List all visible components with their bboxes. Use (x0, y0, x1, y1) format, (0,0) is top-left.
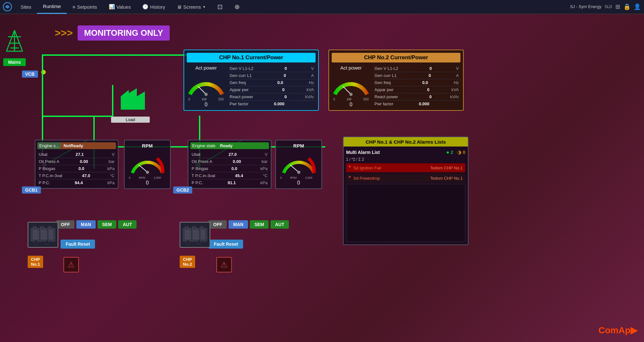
user-icon[interactable]: 👤 (634, 3, 641, 10)
wire-mains-vertical (42, 54, 43, 153)
alarm-panel-title: CHP No.1 & CHP No.2 Alarms Lists (344, 137, 468, 147)
load-icon (111, 87, 150, 115)
svg-point-13 (204, 93, 208, 96)
vcb-button[interactable]: VCB (22, 71, 38, 78)
topbar: Sites Runtime ≡ Setpoints 📊 Values 🕐 His… (0, 0, 644, 14)
topbar-right: SJ - Sym Energy SLD ⊞ 🔒 👤 (570, 3, 644, 10)
alarm-count-green-value: 2 (450, 150, 453, 155)
mains-button[interactable]: Mains (3, 58, 26, 66)
svg-point-15 (349, 93, 353, 96)
chp2-gauge-unit: kW (347, 98, 351, 101)
chp1-gen-freq: Gen freq 0.0 Hz (228, 79, 316, 86)
chp1-act-power-section: Act power 0 kW (187, 65, 225, 108)
svg-point-25 (34, 240, 38, 244)
chp1-gauge-max: 500 (218, 98, 224, 101)
engine2-rpm-min: 0 (280, 176, 282, 179)
engine2-t-pc: T P.C.in-3val 45.4 °C (190, 172, 269, 179)
chp1-gauge-min: 0 (188, 98, 190, 101)
chp2-appar-pwr: Appar pwr 0 kVA (373, 86, 460, 93)
alarm1-name: Sd Ignition Fail (353, 166, 428, 170)
nav-runtime[interactable]: Runtime (37, 0, 67, 14)
chp2-power-title: CHP No.2 Current/Power (332, 53, 460, 62)
engine2-rpm-title: RPM (279, 143, 319, 148)
chp1-act-power-label: Act power (195, 65, 217, 71)
screens-icon: 🖥 (177, 4, 182, 10)
nav-setpoints[interactable]: ≡ Setpoints (67, 0, 103, 14)
nav-screens[interactable]: 🖥 Screens ▼ (171, 0, 212, 14)
svg-marker-8 (121, 90, 129, 109)
chp2-gauge-value: 0 (350, 102, 353, 108)
gcb1-button[interactable]: GCB1 (22, 186, 41, 194)
svg-point-26 (45, 240, 49, 244)
engine2-fault-reset-button[interactable]: Fault Reset (209, 240, 243, 249)
engine2-sem-button[interactable]: SEM (250, 220, 269, 229)
engine2-off-button[interactable]: OFF (209, 220, 227, 229)
history-icon: 🕐 (142, 4, 148, 10)
gcb2-button[interactable]: GCB2 (173, 186, 192, 194)
alarm-row-2[interactable]: * Sd Powerdrop Tedom CHP No.1 (346, 174, 465, 183)
values-icon: 📊 (109, 4, 115, 10)
orange-dot-icon: ◑ (457, 149, 461, 155)
svg-line-16 (139, 165, 147, 172)
engine1-rpm-box: RPM 0 RPM 2,500 0 (124, 140, 171, 189)
engine1-aut-button[interactable]: AUT (118, 220, 137, 229)
green-dot-icon: ● (446, 149, 450, 155)
engine2-rpm-value: 0 (279, 180, 319, 186)
engine2-warning-indicator[interactable]: ⚠ (216, 257, 232, 272)
alarm-count-orange: ◑ 0 (457, 149, 465, 155)
chp2-gen-v: Gen V L1-L2 0 V (373, 65, 460, 72)
engine2-man-button[interactable]: MAN (229, 220, 248, 229)
svg-rect-35 (201, 227, 203, 230)
engine1-fault-reset-button[interactable]: Fault Reset (61, 240, 95, 249)
chp2-engine-image (181, 223, 209, 246)
engine1-warning-indicator[interactable]: ⚠ (63, 257, 79, 272)
chp1-gauge-value: 0 (205, 102, 208, 108)
svg-rect-19 (33, 230, 39, 240)
engine2-panel: Engine state Ready Ubat 27.0 V Oil Press… (188, 140, 271, 189)
monitoring-text: MONITORING ONLY (78, 25, 170, 41)
chp1-image-box (28, 222, 58, 248)
chp1-power-title: CHP No.1 Current/Power (187, 53, 316, 62)
chp1-data-table: Gen V L1-L2 0 V Gen curr L1 0 A Gen freq… (228, 65, 316, 108)
chp1-appar-pwr: Appar pwr 0 kVA (228, 86, 316, 93)
engine1-rpm-min: 0 (129, 176, 130, 179)
engine1-man-button[interactable]: MAN (76, 220, 96, 229)
nav-values[interactable]: 📊 Values (103, 0, 137, 14)
chp2-label: CHP No.2 (180, 256, 195, 268)
wire-top-horizontal (42, 54, 196, 56)
engine1-state-row: Engine s... NotReady (37, 142, 116, 149)
nav-monitor-icon[interactable]: ⊡ (212, 0, 229, 14)
wire-middle-horizontal (42, 116, 113, 117)
svg-rect-21 (49, 230, 53, 240)
engine1-p-biogas: P Biogas 0.0 kPa (37, 165, 116, 172)
engine1-warning-icon: ⚠ (68, 260, 75, 269)
svg-point-17 (146, 171, 149, 174)
alarm-empty-area (346, 184, 465, 242)
alarm-row-1[interactable]: * Sd Ignition Fail Tedom CHP No.1 (346, 163, 465, 172)
engine1-rpm-gauge (130, 150, 165, 176)
nav-zoom-icon[interactable]: ⊕ (229, 0, 246, 14)
alarm2-source: Tedom CHP No.1 (430, 176, 463, 181)
engine2-aut-button[interactable]: AUT (270, 220, 289, 229)
nav-sites[interactable]: Sites (15, 0, 37, 14)
comap-text: ComAp (598, 325, 630, 335)
alarm-header-row: Multi Alarm List ● 2 ◑ 0 (346, 149, 465, 155)
engine1-rpm-max: 2,500 (154, 176, 161, 179)
lock-icon[interactable]: 🔒 (623, 3, 630, 10)
engine2-warning-icon: ⚠ (221, 260, 228, 269)
engine2-ctrl-buttons: OFF MAN SEM AUT (209, 220, 289, 229)
engine1-off-button[interactable]: OFF (56, 220, 74, 229)
display-icon[interactable]: ⊞ (615, 3, 620, 10)
engine2-state-row: Engine state Ready (190, 142, 269, 149)
engine1-ubat: Ubat 27.1 V (37, 151, 116, 158)
svg-rect-20 (41, 230, 47, 240)
chp2-power-panel: CHP No.2 Current/Power Act power (328, 50, 464, 111)
svg-line-14 (343, 86, 351, 94)
alarm-count-green: ● 2 (446, 149, 453, 155)
chp2-gauge-max: 500 (363, 98, 369, 101)
nav-history[interactable]: 🕐 History (137, 0, 171, 14)
engine1-rpm-title: RPM (127, 143, 167, 148)
chp2-image-box (180, 222, 210, 248)
engine1-sem-button[interactable]: SEM (98, 220, 116, 229)
engine1-panel: Engine s... NotReady Ubat 27.1 V Oil Pre… (35, 140, 118, 189)
